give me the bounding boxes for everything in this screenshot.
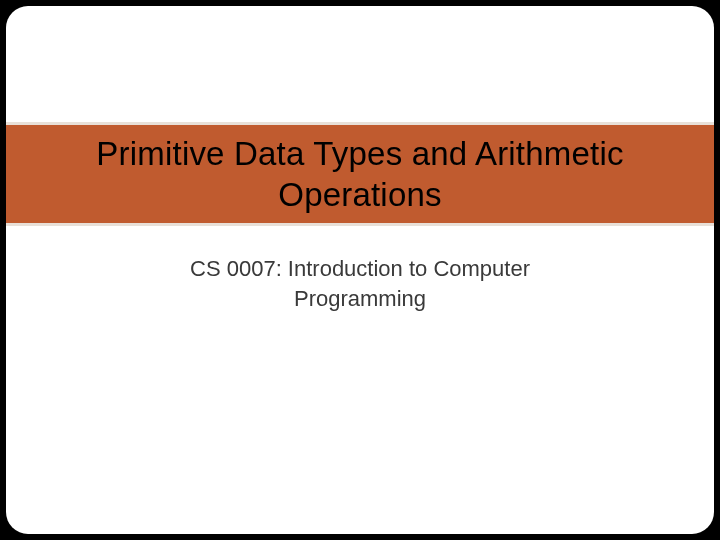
title-band: Primitive Data Types and Arithmetic Oper… xyxy=(6,122,714,226)
slide-subtitle: CS 0007: Introduction to Computer Progra… xyxy=(6,254,714,313)
slide-container: Primitive Data Types and Arithmetic Oper… xyxy=(6,6,714,534)
slide-title: Primitive Data Types and Arithmetic Oper… xyxy=(26,133,694,216)
